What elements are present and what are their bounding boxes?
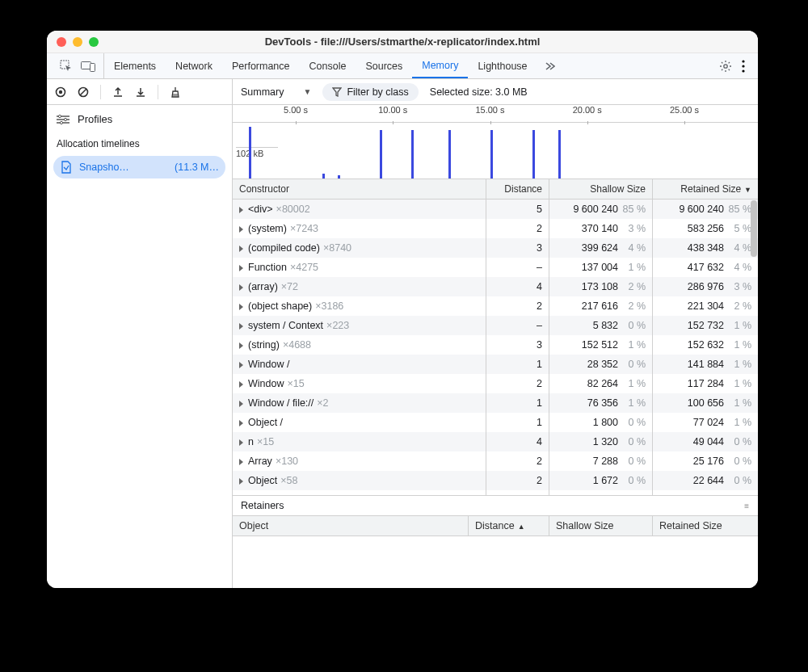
allocation-bar <box>490 130 493 178</box>
settings-gear-icon[interactable] <box>719 60 732 73</box>
broom-icon[interactable] <box>170 86 181 98</box>
tab-lighthouse[interactable]: Lighthouse <box>468 53 537 78</box>
tab-sources[interactable]: Sources <box>356 53 412 78</box>
shallow-value: 1 800 <box>593 417 618 428</box>
svg-point-6 <box>742 69 744 72</box>
device-toolbar-icon[interactable] <box>81 61 95 72</box>
view-mode-dropdown[interactable]: Summary ▼ <box>241 86 311 98</box>
col-constructor[interactable]: Constructor <box>233 179 486 199</box>
constructors-table: Constructor Distance Shallow Size Retain… <box>233 179 758 495</box>
filter-by-class[interactable]: Filter by class <box>322 83 418 101</box>
table-row[interactable]: Function×4275–137 0041 %417 6324 % <box>233 258 758 277</box>
table-row[interactable]: (object shape)×31862217 6162 %221 3042 % <box>233 296 758 316</box>
table-body[interactable]: <div>×8000259 600 24085 %9 600 24085 %(s… <box>233 200 758 495</box>
svg-line-10 <box>80 89 86 95</box>
retainers-col-retained[interactable]: Retained Size <box>653 516 758 536</box>
expand-icon[interactable] <box>239 459 243 465</box>
snapshot-item[interactable]: Snapsho… (11.3 M… <box>53 156 225 178</box>
expand-icon[interactable] <box>239 207 243 213</box>
table-row[interactable]: Array×13027 2880 %25 1760 % <box>233 452 758 471</box>
expand-icon[interactable] <box>239 381 243 388</box>
svg-rect-1 <box>82 61 91 69</box>
upload-icon[interactable] <box>112 86 124 98</box>
table-row[interactable]: Window / file://×2176 3561 %100 6561 % <box>233 393 758 413</box>
retained-value: 583 256 <box>688 223 724 234</box>
download-icon[interactable] <box>135 86 146 98</box>
profiles-header: Profiles <box>47 105 232 133</box>
shallow-percent: 0 % <box>621 456 646 467</box>
shallow-value: 76 356 <box>587 397 618 409</box>
retained-percent: 5 % <box>727 223 751 234</box>
tab-performance[interactable]: Performance <box>222 53 300 78</box>
col-distance[interactable]: Distance <box>486 179 549 199</box>
retained-value: 152 632 <box>688 339 724 351</box>
distance-cell: 1 <box>486 355 549 374</box>
scrollbar-thumb[interactable] <box>751 200 757 257</box>
kebab-menu-icon[interactable] <box>742 60 745 73</box>
expand-icon[interactable] <box>239 265 243 271</box>
tab-elements[interactable]: Elements <box>104 53 166 78</box>
inspect-element-icon[interactable] <box>60 60 73 73</box>
allocation-bar <box>249 127 251 178</box>
retained-value: 19 596 <box>693 494 724 495</box>
tab-memory[interactable]: Memory <box>412 53 468 78</box>
expand-icon[interactable] <box>239 420 243 426</box>
retainers-menu-icon[interactable]: ≡ <box>744 502 750 510</box>
constructor-name: Window <box>248 378 284 389</box>
view-toolbar: Summary ▼ Filter by class Selected size:… <box>233 79 758 105</box>
expand-icon[interactable] <box>239 439 243 446</box>
table-row[interactable]: (array)×724173 1082 %286 9763 % <box>233 277 758 296</box>
expand-icon[interactable] <box>239 284 243 291</box>
tab-network[interactable]: Network <box>166 53 222 78</box>
col-shallow-size[interactable]: Shallow Size <box>549 179 653 199</box>
expand-icon[interactable] <box>239 323 243 330</box>
table-row[interactable]: Object×5821 6720 %22 6440 % <box>233 471 758 490</box>
distance-cell: 2 <box>486 374 549 393</box>
table-row[interactable]: system / Context×223–5 8320 %152 7321 % <box>233 316 758 335</box>
shallow-percent: 85 % <box>621 204 646 215</box>
ruler-tick: 25.00 s <box>670 105 699 115</box>
expand-icon[interactable] <box>239 362 243 368</box>
retainers-label: Retainers <box>241 500 284 511</box>
retained-percent: 0 % <box>727 494 751 495</box>
table-row[interactable]: (string)×46883152 5121 %152 6321 % <box>233 335 758 355</box>
record-icon[interactable] <box>55 86 66 98</box>
retained-percent: 4 % <box>727 242 751 254</box>
table-row[interactable]: {constructor}×2821 7080 %19 5960 % <box>233 490 758 495</box>
expand-icon[interactable] <box>239 226 243 233</box>
expand-icon[interactable] <box>239 246 243 252</box>
more-tabs-icon[interactable] <box>537 61 562 72</box>
table-row[interactable]: (system)×72432370 1403 %583 2565 % <box>233 219 758 238</box>
retainers-col-shallow[interactable]: Shallow Size <box>549 516 653 536</box>
expand-icon[interactable] <box>239 478 243 485</box>
table-row[interactable]: <div>×8000259 600 24085 %9 600 24085 % <box>233 200 758 219</box>
expand-icon[interactable] <box>239 342 243 349</box>
filter-label: Filter by class <box>347 86 408 98</box>
expand-icon[interactable] <box>239 304 243 310</box>
table-row[interactable]: n×1541 3200 %49 0440 % <box>233 432 758 452</box>
col-retained-size[interactable]: Retained Size▼ <box>653 179 758 199</box>
table-row[interactable]: Window /128 3520 %141 8841 % <box>233 355 758 374</box>
table-row[interactable]: (compiled code)×87403399 6244 %438 3484 … <box>233 238 758 258</box>
instance-count: ×15 <box>257 436 274 447</box>
retainers-col-object[interactable]: Object <box>233 516 469 536</box>
table-row[interactable]: Object /11 8000 %77 0241 % <box>233 413 758 432</box>
table-row[interactable]: Window×15282 2641 %117 2841 % <box>233 374 758 393</box>
shallow-percent: 1 % <box>621 262 646 273</box>
expand-icon[interactable] <box>239 401 243 407</box>
instance-count: ×80002 <box>276 204 310 215</box>
tab-console[interactable]: Console <box>300 53 356 78</box>
timeline-bars <box>233 123 758 178</box>
retainers-col-distance[interactable]: Distance▲ <box>469 516 549 536</box>
svg-point-12 <box>64 118 66 120</box>
ruler-tick: 10.00 s <box>378 105 407 115</box>
shallow-value: 7 288 <box>593 456 618 467</box>
retained-percent: 0 % <box>727 475 751 486</box>
allocation-timeline[interactable]: 5.00 s10.00 s15.00 s20.00 s25.00 s30.00 … <box>233 105 758 179</box>
instance-count: ×7243 <box>290 223 318 234</box>
distance-cell: 3 <box>486 335 549 355</box>
retained-value: 152 732 <box>688 320 724 331</box>
clear-icon[interactable] <box>78 86 89 98</box>
distance-cell: 2 <box>486 471 549 490</box>
instance-count: ×4688 <box>283 339 311 351</box>
